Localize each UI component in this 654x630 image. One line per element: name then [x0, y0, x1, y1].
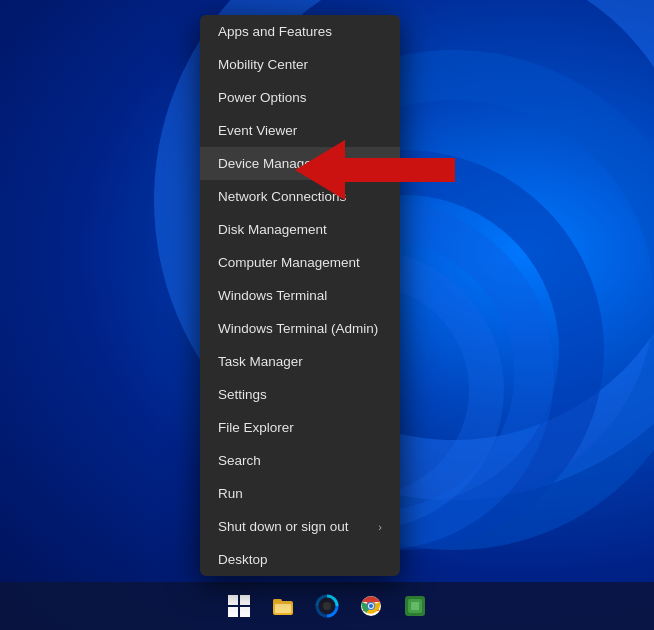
menu-item-power-options[interactable]: Power Options: [200, 81, 400, 114]
menu-item-computer-management[interactable]: Computer Management: [200, 246, 400, 279]
menu-item-label-search: Search: [218, 453, 261, 468]
svg-rect-3: [228, 595, 238, 605]
svg-rect-6: [240, 607, 250, 617]
menu-item-label-windows-terminal: Windows Terminal: [218, 288, 327, 303]
svg-rect-4: [240, 595, 250, 605]
svg-rect-8: [273, 599, 282, 603]
menu-item-apps-features[interactable]: Apps and Features: [200, 15, 400, 48]
menu-item-label-event-viewer: Event Viewer: [218, 123, 297, 138]
menu-item-label-windows-terminal-admin: Windows Terminal (Admin): [218, 321, 378, 336]
taskbar-start-button[interactable]: [221, 588, 257, 624]
taskbar-chrome[interactable]: [353, 588, 389, 624]
menu-item-mobility-center[interactable]: Mobility Center: [200, 48, 400, 81]
menu-item-run[interactable]: Run: [200, 477, 400, 510]
svg-rect-21: [411, 602, 419, 610]
menu-item-label-power-options: Power Options: [218, 90, 307, 105]
menu-item-desktop[interactable]: Desktop: [200, 543, 400, 576]
menu-item-network-connections[interactable]: Network Connections: [200, 180, 400, 213]
menu-item-windows-terminal-admin[interactable]: Windows Terminal (Admin): [200, 312, 400, 345]
menu-item-device-manager[interactable]: Device Manager: [200, 147, 400, 180]
menu-item-label-device-manager: Device Manager: [218, 156, 316, 171]
menu-item-label-file-explorer: File Explorer: [218, 420, 294, 435]
menu-item-label-mobility-center: Mobility Center: [218, 57, 308, 72]
svg-point-18: [369, 604, 373, 608]
menu-item-label-task-manager: Task Manager: [218, 354, 303, 369]
menu-item-shut-down[interactable]: Shut down or sign out›: [200, 510, 400, 543]
svg-rect-5: [228, 607, 238, 617]
svg-point-11: [323, 602, 331, 610]
menu-item-task-manager[interactable]: Task Manager: [200, 345, 400, 378]
taskbar: [0, 582, 654, 630]
menu-item-label-network-connections: Network Connections: [218, 189, 346, 204]
taskbar-green-app[interactable]: [397, 588, 433, 624]
menu-item-settings[interactable]: Settings: [200, 378, 400, 411]
svg-rect-9: [275, 604, 291, 613]
menu-item-label-run: Run: [218, 486, 243, 501]
menu-item-search[interactable]: Search: [200, 444, 400, 477]
menu-item-windows-terminal[interactable]: Windows Terminal: [200, 279, 400, 312]
taskbar-file-explorer[interactable]: [265, 588, 301, 624]
taskbar-media-player[interactable]: [309, 588, 345, 624]
menu-item-arrow-shut-down: ›: [378, 521, 382, 533]
menu-item-label-computer-management: Computer Management: [218, 255, 360, 270]
menu-item-disk-management[interactable]: Disk Management: [200, 213, 400, 246]
context-menu: Apps and FeaturesMobility CenterPower Op…: [200, 15, 400, 576]
menu-item-label-disk-management: Disk Management: [218, 222, 327, 237]
menu-item-label-apps-features: Apps and Features: [218, 24, 332, 39]
menu-item-label-shut-down: Shut down or sign out: [218, 519, 349, 534]
menu-item-event-viewer[interactable]: Event Viewer: [200, 114, 400, 147]
menu-item-label-settings: Settings: [218, 387, 267, 402]
menu-item-file-explorer[interactable]: File Explorer: [200, 411, 400, 444]
menu-item-label-desktop: Desktop: [218, 552, 268, 567]
